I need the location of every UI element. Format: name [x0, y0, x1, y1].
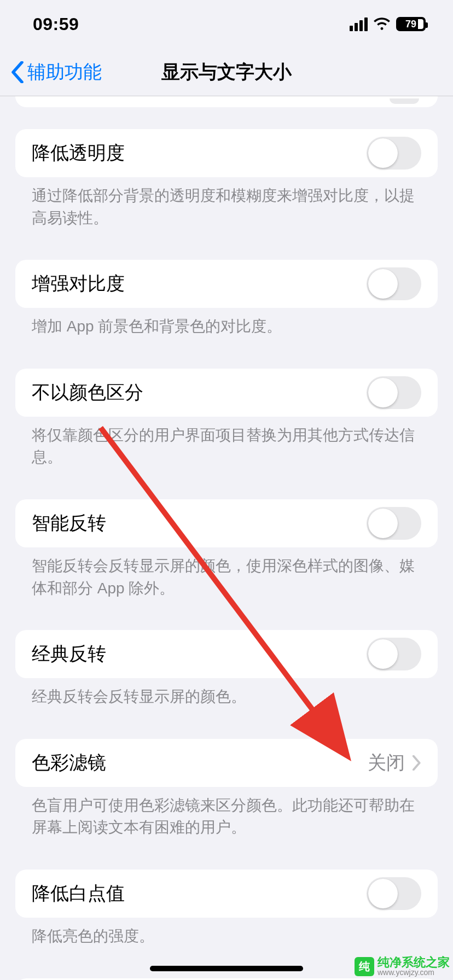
smart-invert-cell[interactable]: 智能反转 — [15, 499, 438, 547]
cell-label: 降低白点值 — [32, 881, 125, 906]
chevron-right-icon — [413, 755, 421, 771]
cell-label: 增强对比度 — [32, 271, 125, 296]
cell-footer: 通过降低部分背景的透明度和模糊度来增强对比度，以提高易读性。 — [0, 177, 453, 229]
cell-value: 关闭 — [368, 750, 421, 775]
reduce-transparency-toggle[interactable] — [367, 137, 421, 170]
settings-list: 降低透明度 通过降低部分背景的透明度和模糊度来增强对比度，以提高易读性。 增强对… — [0, 96, 453, 980]
cell-label: 经典反转 — [32, 641, 106, 667]
status-indicators: 79 — [350, 17, 426, 31]
navigation-bar: 辅助功能 显示与文字大小 — [0, 48, 453, 96]
cellular-signal-icon — [350, 18, 368, 31]
cell-footer: 降低亮色的强度。 — [0, 918, 453, 948]
cell-label: 降低透明度 — [32, 141, 125, 166]
reduce-white-point-toggle[interactable] — [367, 877, 421, 910]
cell-label: 不以颜色区分 — [32, 380, 143, 405]
cell-label: 智能反转 — [32, 511, 106, 536]
battery-indicator: 79 — [396, 17, 426, 31]
page-title: 显示与文字大小 — [161, 60, 292, 85]
reduce-transparency-cell[interactable]: 降低透明度 — [15, 129, 438, 177]
increase-contrast-toggle[interactable] — [367, 267, 421, 300]
cell-footer: 经典反转会反转显示屏的颜色。 — [0, 678, 453, 708]
home-indicator — [150, 966, 303, 971]
cut-off-previous-cell — [15, 96, 438, 107]
classic-invert-toggle[interactable] — [367, 638, 421, 670]
color-filters-cell[interactable]: 色彩滤镜 关闭 — [15, 739, 438, 787]
status-bar: 09:59 79 — [0, 0, 453, 48]
cell-footer: 色盲用户可使用色彩滤镜来区分颜色。此功能还可帮助在屏幕上阅读文本有困难的用户。 — [0, 787, 453, 839]
cell-footer: 将仅靠颜色区分的用户界面项目替换为用其他方式传达信息。 — [0, 417, 453, 469]
status-time: 09:59 — [33, 14, 79, 34]
differentiate-without-color-cell[interactable]: 不以颜色区分 — [15, 369, 438, 417]
back-label: 辅助功能 — [27, 60, 102, 85]
chevron-left-icon — [11, 61, 24, 83]
smart-invert-toggle[interactable] — [367, 507, 421, 540]
cell-label: 色彩滤镜 — [32, 750, 106, 775]
watermark: 纯 纯净系统之家 www.ycwjzy.com — [355, 956, 450, 977]
auto-brightness-cell[interactable]: 自动亮度调节 — [15, 978, 438, 980]
watermark-brand: 纯净系统之家 — [378, 956, 450, 969]
reduce-white-point-cell[interactable]: 降低白点值 — [15, 870, 438, 918]
cell-footer: 智能反转会反转显示屏的颜色，使用深色样式的图像、媒体和部分 App 除外。 — [0, 547, 453, 599]
wifi-icon — [373, 18, 391, 31]
cell-footer: 增加 App 前景色和背景色的对比度。 — [0, 308, 453, 338]
battery-percent: 79 — [405, 19, 416, 30]
differentiate-without-color-toggle[interactable] — [367, 376, 421, 409]
back-button[interactable]: 辅助功能 — [11, 48, 102, 96]
increase-contrast-cell[interactable]: 增强对比度 — [15, 260, 438, 308]
classic-invert-cell[interactable]: 经典反转 — [15, 630, 438, 678]
watermark-url: www.ycwjzy.com — [378, 969, 450, 977]
